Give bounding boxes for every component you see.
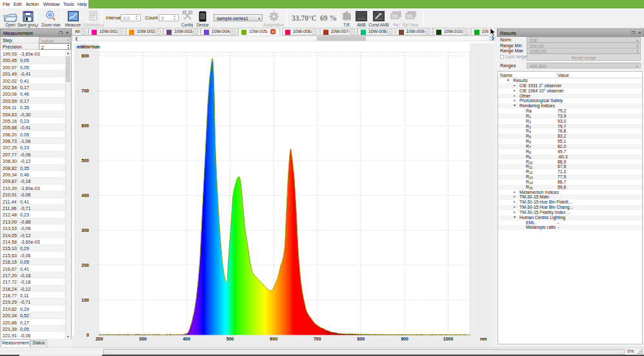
svg-text:600: 600 [81,123,89,128]
svg-text:500: 500 [226,337,234,341]
svg-text:300: 300 [139,337,147,341]
svg-text:0: 0 [86,333,89,337]
svg-text:600: 600 [270,337,277,341]
svg-text:400: 400 [183,337,190,341]
svg-text:400: 400 [81,193,89,198]
svg-text:800: 800 [357,337,365,341]
svg-text:200: 200 [96,337,103,341]
svg-text:700: 700 [314,337,321,341]
svg-text:500: 500 [81,158,89,163]
svg-text:mW/m²/nm: mW/m²/nm [77,45,100,49]
svg-text:nm: nm [480,337,487,341]
svg-text:1000: 1000 [443,337,454,341]
svg-text:900: 900 [401,337,408,341]
svg-text:200: 200 [81,263,89,267]
svg-text:700: 700 [81,89,89,93]
svg-text:300: 300 [81,228,89,233]
svg-text:100: 100 [81,298,89,302]
svg-text:800: 800 [81,54,89,58]
